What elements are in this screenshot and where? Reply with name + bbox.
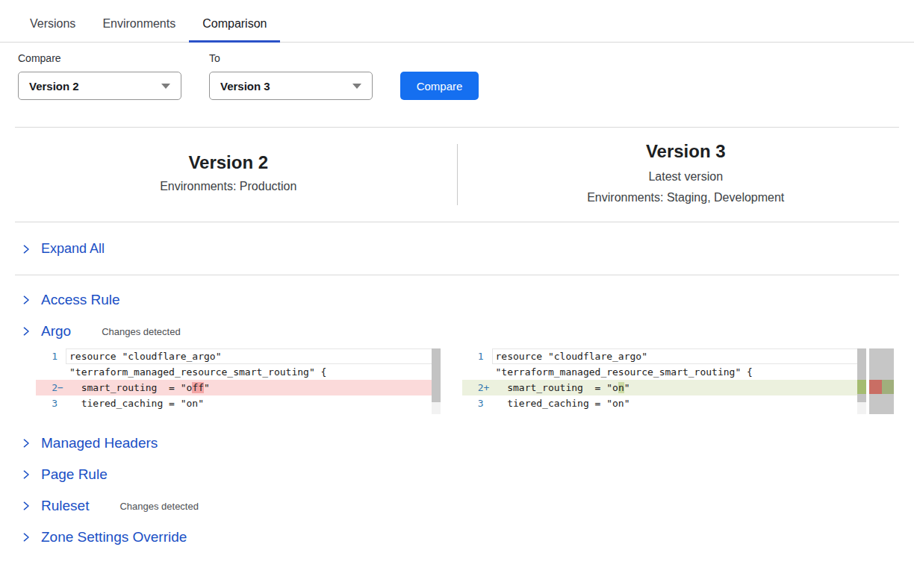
scrollbar-insert-marker [857, 380, 866, 394]
tab-comparison[interactable]: Comparison [189, 17, 280, 43]
changed-chars: n [618, 382, 624, 393]
diff-row: "terraform_managed_resource_smart_routin… [36, 364, 441, 380]
changed-chars: ff [192, 382, 204, 393]
section-page-rule[interactable]: Page Rule [21, 459, 914, 490]
tab-bar: Versions Environments Comparison [0, 0, 914, 43]
section-label: Access Rule [41, 292, 120, 308]
line-number: 2 [478, 380, 484, 395]
changes-detected-badge: Changes detected [119, 501, 199, 512]
diff-overview-ruler [869, 348, 894, 414]
diff-row: 4 } [462, 411, 867, 414]
compare-to-value: Version 3 [220, 80, 270, 93]
version-right-title: Version 3 [458, 141, 914, 162]
changes-detected-badge: Changes detected [102, 326, 181, 337]
line-number: 4 [52, 411, 57, 414]
code-line: "terraform_managed_resource_smart_routin… [492, 364, 867, 380]
code-line: tiered_caching = "on" [492, 395, 867, 411]
version-left-environments: Environments: Production [0, 176, 457, 197]
version-right-subtitle: Latest version [458, 166, 914, 187]
tab-versions[interactable]: Versions [16, 17, 89, 43]
compare-to-select[interactable]: Version 3 [209, 72, 373, 100]
line-number: 3 [52, 395, 57, 411]
section-managed-headers[interactable]: Managed Headers [21, 428, 914, 459]
chevron-right-icon [21, 469, 31, 480]
ruler-insert-marker [882, 380, 894, 394]
diff-minus-sign: − [57, 380, 66, 395]
scrollbar-thumb[interactable] [857, 348, 866, 402]
argo-diff-editor: 1 resource "cloudflare_argo" "terraform_… [36, 348, 894, 414]
code-line: "terraform_managed_resource_smart_routin… [66, 364, 441, 380]
line-number: 1 [478, 348, 484, 364]
expand-all-row[interactable]: Expand All [21, 241, 914, 257]
tab-environments[interactable]: Environments [89, 17, 189, 43]
diff-plus-sign: + [484, 380, 492, 395]
compare-form: Compare Version 2 To Version 3 Compare [0, 43, 914, 100]
code-line: smart_routing = "on" [492, 380, 867, 395]
compare-from-label: Compare [18, 52, 181, 66]
diff-row: 1 resource "cloudflare_argo" [36, 348, 441, 364]
chevron-right-icon [21, 438, 31, 448]
section-argo[interactable]: Argo Changes detected [21, 316, 914, 347]
version-left-column: Version 2 Environments: Production [0, 152, 457, 197]
code-line: tiered_caching = "on" [66, 395, 441, 411]
code-line: resource "cloudflare_argo" [66, 348, 441, 364]
version-right-environments: Environments: Staging, Development [458, 187, 914, 208]
diff-row: 3 tiered_caching = "on" [462, 395, 867, 411]
expand-all-label: Expand All [41, 241, 105, 257]
chevron-right-icon [21, 244, 31, 254]
compare-from-value: Version 2 [29, 80, 79, 93]
chevron-right-icon [21, 326, 31, 337]
diff-row-removed: 2− smart_routing = "off" [36, 380, 441, 395]
scrollbar-thumb[interactable] [432, 348, 441, 402]
caret-down-icon [352, 84, 361, 89]
chevron-right-icon [21, 501, 31, 511]
diff-pane-original[interactable]: 1 resource "cloudflare_argo" "terraform_… [36, 348, 441, 414]
diff-row: 4 } [36, 411, 441, 414]
section-access-rule[interactable]: Access Rule [21, 284, 914, 316]
version-right-column: Version 3 Latest version Environments: S… [458, 141, 914, 208]
code-line: smart_routing = "off" [66, 380, 441, 395]
diff-pane-modified[interactable]: 1 resource "cloudflare_argo" "terraform_… [462, 348, 867, 414]
scrollbar[interactable] [857, 348, 866, 414]
scrollbar[interactable] [432, 348, 441, 414]
line-number: 3 [478, 395, 484, 411]
line-number: 4 [478, 411, 484, 414]
section-label: Argo [41, 323, 71, 340]
diff-row: "terraform_managed_resource_smart_routin… [462, 364, 867, 380]
code-line: resource "cloudflare_argo" [492, 348, 867, 364]
compare-from-select[interactable]: Version 2 [18, 72, 181, 100]
caret-down-icon [161, 84, 170, 89]
chevron-right-icon [21, 295, 31, 305]
compare-to-label: To [209, 52, 373, 66]
section-ruleset[interactable]: Ruleset Changes detected [21, 490, 914, 522]
compare-button[interactable]: Compare [400, 72, 479, 100]
ruler-delete-marker [869, 380, 882, 394]
version-left-title: Version 2 [0, 152, 457, 173]
diff-pane-gap [441, 348, 462, 414]
diff-row: 1 resource "cloudflare_argo" [462, 348, 867, 364]
line-number: 1 [52, 348, 57, 364]
divider [15, 222, 899, 222]
diff-row: 3 tiered_caching = "on" [36, 395, 441, 411]
code-line: } [492, 411, 867, 414]
section-label: Page Rule [41, 466, 108, 483]
section-zone-settings-override[interactable]: Zone Settings Override [21, 522, 914, 553]
code-line: } [66, 411, 441, 414]
diff-row-added: 2+ smart_routing = "on" [462, 380, 867, 395]
chevron-right-icon [21, 532, 31, 542]
section-label: Zone Settings Override [41, 529, 187, 545]
section-label: Managed Headers [41, 435, 158, 451]
versions-header: Version 2 Environments: Production Versi… [0, 128, 914, 222]
section-label: Ruleset [41, 498, 89, 514]
line-number: 2 [52, 380, 57, 395]
